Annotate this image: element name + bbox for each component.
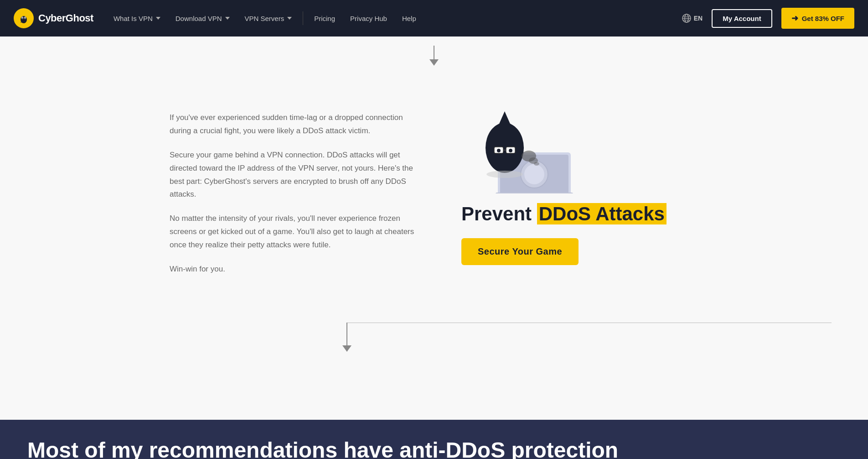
arrow-shaft bbox=[434, 46, 434, 59]
ghost-illustration bbox=[461, 102, 571, 193]
nav-item-what-is-vpn[interactable]: What Is VPN bbox=[107, 10, 167, 27]
nav-item-vpn-servers[interactable]: VPN Servers bbox=[238, 10, 299, 27]
content-row: If you've ever experienced sudden time-l… bbox=[115, 79, 753, 305]
nav-menu: What Is VPN Download VPN VPN Servers Pri… bbox=[107, 10, 682, 27]
nav-separator bbox=[303, 11, 303, 25]
bottom-arrow-section bbox=[0, 310, 868, 351]
paragraph-2: Secure your game behind a VPN connection… bbox=[170, 149, 425, 202]
navbar-right: EN My Account ➜ Get 83% OFF bbox=[682, 8, 854, 29]
svg-point-27 bbox=[486, 171, 523, 178]
globe-icon bbox=[682, 14, 691, 23]
paragraph-3: No matter the intensity of your rivals, … bbox=[170, 212, 425, 252]
secure-your-game-button[interactable]: Secure Your Game bbox=[461, 238, 579, 265]
logo-text: CyberGhost bbox=[38, 12, 93, 24]
chevron-down-icon bbox=[156, 17, 160, 20]
language-selector[interactable]: EN bbox=[682, 14, 703, 23]
footer-banner: Most of my recommendations have anti-DDo… bbox=[0, 420, 868, 459]
arrow-head-down-icon bbox=[429, 59, 439, 66]
paragraph-4: Win-win for you. bbox=[170, 263, 425, 276]
nav-item-pricing[interactable]: Pricing bbox=[308, 10, 341, 27]
nav-item-download-vpn[interactable]: Download VPN bbox=[169, 10, 236, 27]
svg-point-22 bbox=[497, 149, 501, 152]
main-content: If you've ever experienced sudden time-l… bbox=[0, 37, 868, 420]
arrow-right-icon: ➜ bbox=[791, 13, 798, 23]
prevent-heading: Prevent DDoS Attacks bbox=[461, 203, 666, 225]
top-arrow bbox=[429, 37, 439, 79]
paragraph-1: If you've ever experienced sudden time-l… bbox=[170, 111, 425, 138]
bottom-arrow-head-icon bbox=[342, 345, 351, 352]
nav-item-privacy-hub[interactable]: Privacy Hub bbox=[344, 10, 393, 27]
svg-point-14 bbox=[524, 164, 544, 184]
svg-point-5 bbox=[25, 17, 26, 18]
svg-rect-15 bbox=[496, 193, 573, 193]
navbar: CyberGhost What Is VPN Download VPN VPN … bbox=[0, 0, 868, 37]
lang-label: EN bbox=[694, 15, 703, 22]
svg-point-1 bbox=[21, 16, 27, 23]
chevron-down-icon bbox=[287, 17, 292, 20]
footer-banner-text: Most of my recommendations have anti-DDo… bbox=[27, 437, 618, 459]
heading-highlight: DDoS Attacks bbox=[537, 203, 666, 224]
left-text-column: If you've ever experienced sudden time-l… bbox=[170, 98, 425, 287]
svg-point-26 bbox=[534, 162, 539, 166]
right-panel: Prevent DDoS Attacks Secure Your Game bbox=[461, 98, 698, 265]
svg-point-23 bbox=[509, 149, 512, 152]
get-off-button[interactable]: ➜ Get 83% OFF bbox=[781, 8, 854, 29]
logo-icon bbox=[14, 8, 34, 28]
nav-item-help[interactable]: Help bbox=[396, 10, 423, 27]
bottom-line bbox=[346, 323, 832, 323]
chevron-down-icon bbox=[225, 17, 230, 20]
my-account-button[interactable]: My Account bbox=[712, 9, 772, 28]
logo[interactable]: CyberGhost bbox=[14, 8, 93, 28]
svg-point-4 bbox=[22, 17, 23, 18]
bottom-shaft bbox=[346, 323, 347, 348]
svg-rect-18 bbox=[486, 143, 523, 149]
